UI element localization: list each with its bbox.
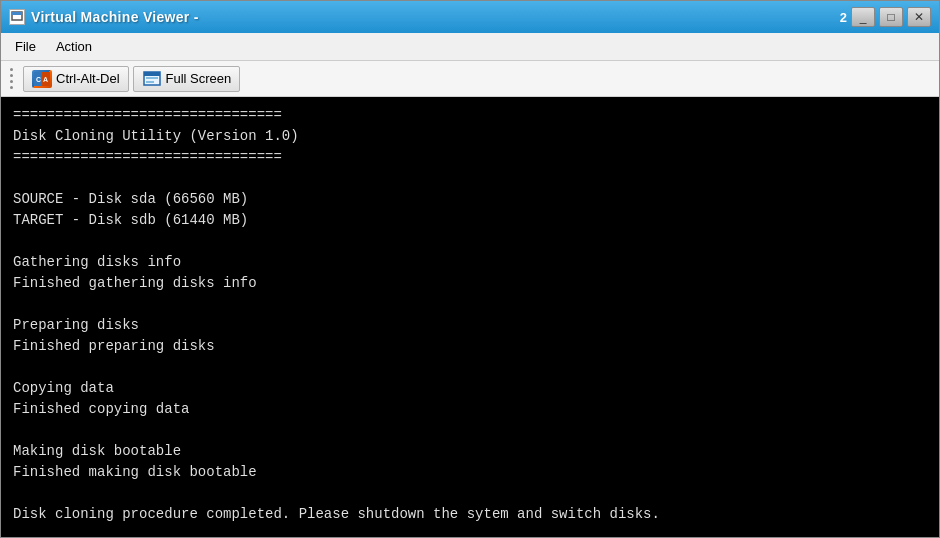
- terminal-line: Finished making disk bootable: [13, 462, 927, 483]
- terminal-line: [13, 357, 927, 378]
- toolbar-grip: [9, 65, 15, 93]
- menu-file[interactable]: File: [5, 35, 46, 58]
- terminal-line: Gathering disks info: [13, 252, 927, 273]
- terminal-line: Copying data: [13, 378, 927, 399]
- terminal-line: Preparing disks: [13, 315, 927, 336]
- close-button[interactable]: ✕: [907, 7, 931, 27]
- terminal-line: TARGET - Disk sdb (61440 MB): [13, 210, 927, 231]
- terminal-line: [13, 168, 927, 189]
- terminal-line: [13, 231, 927, 252]
- window-title: Virtual Machine Viewer -: [31, 9, 199, 25]
- minimize-button[interactable]: _: [851, 7, 875, 27]
- ctrl-alt-del-icon: C A: [32, 70, 52, 88]
- svg-rect-8: [146, 77, 158, 79]
- svg-rect-9: [146, 81, 154, 83]
- full-screen-button[interactable]: Full Screen: [133, 66, 241, 92]
- terminal-line: Disk cloning procedure completed. Please…: [13, 504, 927, 525]
- title-bar-left: Virtual Machine Viewer -: [9, 9, 199, 25]
- ctrl-alt-del-button[interactable]: C A Ctrl-Alt-Del: [23, 66, 129, 92]
- svg-rect-1: [12, 12, 22, 15]
- menu-bar: File Action: [1, 33, 939, 61]
- terminal-line: [13, 294, 927, 315]
- terminal-line: ================================: [13, 147, 927, 168]
- terminal-line: Making disk bootable: [13, 441, 927, 462]
- terminal-line: ================================: [13, 105, 927, 126]
- title-bar-right: 2 _ □ ✕: [832, 7, 931, 27]
- terminal-output: ================================Disk Clo…: [1, 97, 939, 537]
- svg-rect-7: [144, 72, 160, 76]
- full-screen-label: Full Screen: [166, 71, 232, 86]
- menu-action[interactable]: Action: [46, 35, 102, 58]
- window-icon: [9, 9, 25, 25]
- window-number: 2: [840, 10, 847, 25]
- full-screen-icon: [142, 70, 162, 88]
- toolbar: C A Ctrl-Alt-Del Full Screen: [1, 61, 939, 97]
- terminal-line: Disk Cloning Utility (Version 1.0): [13, 126, 927, 147]
- main-window: Virtual Machine Viewer - 2 _ □ ✕ File Ac…: [0, 0, 940, 538]
- terminal-line: [13, 420, 927, 441]
- terminal-line: Finished copying data: [13, 399, 927, 420]
- svg-text:C: C: [36, 76, 41, 83]
- terminal-line: Finished preparing disks: [13, 336, 927, 357]
- maximize-button[interactable]: □: [879, 7, 903, 27]
- terminal-line: SOURCE - Disk sda (66560 MB): [13, 189, 927, 210]
- terminal-line: Finished gathering disks info: [13, 273, 927, 294]
- svg-text:A: A: [43, 76, 48, 83]
- terminal-line: [13, 483, 927, 504]
- title-bar: Virtual Machine Viewer - 2 _ □ ✕: [1, 1, 939, 33]
- ctrl-alt-del-label: Ctrl-Alt-Del: [56, 71, 120, 86]
